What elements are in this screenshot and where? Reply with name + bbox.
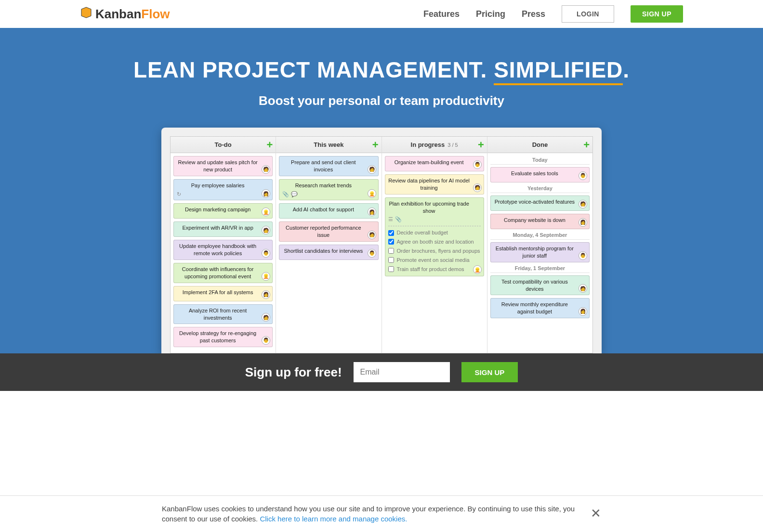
avatar-icon: 👨: [579, 171, 587, 180]
date-group-header: Today: [490, 157, 590, 165]
card-title: Pay employee salaries: [177, 182, 269, 189]
card-title: Review monthly expenditure against budge…: [494, 301, 586, 315]
kanban-card[interactable]: Shortlist candidates for interviews 👨: [279, 245, 378, 260]
card-title: Research market trends: [282, 182, 375, 189]
column-body: Review and update sales pitch for new pr…: [171, 153, 276, 353]
logo[interactable]: KanbanFlow: [80, 6, 170, 22]
column-title: Done: [532, 141, 548, 148]
subtask-text: Decide overall budget: [397, 229, 448, 236]
kanban-column: Done + Today Evaluate sales tools 👨 Yest…: [487, 137, 592, 353]
subtask-checkbox[interactable]: [388, 248, 394, 254]
subtask-checkbox[interactable]: [388, 230, 394, 236]
subtask-checkbox[interactable]: [388, 239, 394, 245]
avatar-icon: 🧑: [262, 165, 270, 174]
add-card-icon[interactable]: +: [266, 140, 273, 150]
avatar-icon: 🧑: [368, 231, 376, 239]
hero-title-c: .: [623, 57, 630, 82]
kanban-card[interactable]: Research market trends 📎💬 👱: [279, 179, 378, 201]
subtask[interactable]: Train staff for product demos: [388, 265, 481, 274]
card-title: Experiment with AR/VR in app: [177, 224, 269, 232]
subtask[interactable]: Agree on booth size and location: [388, 237, 481, 247]
logo-icon: [80, 6, 92, 22]
avatar-icon: 👩: [579, 307, 587, 316]
kanban-card[interactable]: Test compatibility on various devices 🧑: [490, 275, 590, 296]
avatar-icon: 🧑: [368, 165, 376, 174]
subtask-list: Decide overall budgetAgree on booth size…: [388, 226, 481, 273]
kanban-card[interactable]: Review monthly expenditure against budge…: [490, 298, 590, 318]
card-title: Shortlist candidates for interviews: [282, 247, 375, 255]
subtask-text: Order brochures, flyers and popups: [397, 247, 480, 255]
add-card-icon[interactable]: +: [372, 140, 379, 150]
card-title: Review data pipelines for AI model train…: [388, 177, 481, 192]
kanban-card[interactable]: Develop strategy for re-engaging past cu…: [173, 327, 273, 347]
signup-button[interactable]: SIGN UP: [631, 5, 683, 23]
kanban-card[interactable]: Prepare and send out client invoices 🧑: [279, 156, 378, 176]
card-title: Analyze ROI from recent investments: [177, 307, 269, 322]
nav-features[interactable]: Features: [423, 9, 460, 19]
card-icons: 📎💬: [282, 191, 375, 198]
signup-bar: Sign up for free! SIGN UP: [0, 353, 763, 391]
avatar-icon: 👨: [579, 251, 587, 260]
avatar-icon: 🧑: [473, 183, 482, 192]
kanban-card[interactable]: Review data pipelines for AI model train…: [385, 174, 484, 195]
avatar-icon: 👱: [262, 208, 270, 216]
login-button[interactable]: LOGIN: [562, 5, 614, 23]
kanban-card[interactable]: Implement 2FA for all systems 👩: [173, 286, 273, 301]
kanban-card[interactable]: Pay employee salaries ↻ 👩: [173, 179, 273, 201]
kanban-card[interactable]: Customer reported performance issue 🧑: [279, 221, 378, 242]
date-group-header: Monday, 4 September: [490, 232, 590, 240]
add-card-icon[interactable]: +: [583, 140, 590, 150]
card-title: Design marketing campaign: [177, 206, 269, 213]
kanban-card[interactable]: Company website is down 👩: [490, 214, 590, 229]
avatar-icon: 👩: [262, 290, 270, 299]
date-group-header: Yesterday: [490, 185, 590, 193]
column-header: To-do +: [171, 137, 276, 153]
card-title: Evaluate sales tools: [494, 170, 586, 177]
nav-press[interactable]: Press: [522, 9, 545, 19]
add-card-icon[interactable]: +: [478, 140, 484, 150]
avatar-icon: 👨: [473, 160, 482, 169]
kanban-card[interactable]: Design marketing campaign 👱: [173, 203, 273, 219]
kanban-column: In progress 3 / 5 + Organize team-buildi…: [382, 137, 487, 353]
avatar-icon: 👨: [368, 249, 376, 258]
subtask[interactable]: Promote event on social media: [388, 256, 481, 265]
card-title: Establish mentorship program for junior …: [494, 245, 586, 260]
kanban-card[interactable]: Analyze ROI from recent investments 🧑: [173, 304, 273, 324]
email-input[interactable]: [354, 362, 450, 382]
top-nav: Features Pricing Press LOGIN SIGN UP: [423, 5, 683, 23]
card-title: Organize team-building event: [388, 159, 481, 166]
nav-pricing[interactable]: Pricing: [476, 9, 505, 19]
brand-text-a: Kanban: [95, 7, 141, 22]
card-title: Test compatibility on various devices: [494, 278, 586, 293]
card-title: Plan exhibition for upcoming trade show: [388, 200, 481, 215]
kanban-card[interactable]: Experiment with AR/VR in app 🧑: [173, 221, 273, 237]
kanban-card[interactable]: Evaluate sales tools 👨: [490, 167, 590, 182]
card-icons: ↻: [177, 191, 269, 198]
card-title: Customer reported performance issue: [282, 224, 375, 239]
kanban-card[interactable]: Update employee handbook with remote wor…: [173, 240, 273, 260]
subtask-checkbox[interactable]: [388, 257, 394, 263]
column-header: This week +: [276, 137, 381, 153]
kanban-card[interactable]: Coordinate with influencers for upcoming…: [173, 263, 273, 283]
site-header: KanbanFlow Features Pricing Press LOGIN …: [68, 0, 695, 28]
card-meta-icon: ☰: [388, 216, 393, 223]
signup-submit-button[interactable]: SIGN UP: [461, 362, 518, 382]
kanban-card[interactable]: Plan exhibition for upcoming trade show …: [385, 197, 484, 277]
hero-title-b: SIMPLIFIED: [494, 57, 623, 85]
kanban-card[interactable]: Establish mentorship program for junior …: [490, 242, 590, 262]
kanban-card[interactable]: Review and update sales pitch for new pr…: [173, 156, 273, 176]
card-title: Prototype voice-activated features: [494, 198, 586, 206]
avatar-icon: 👱: [368, 189, 376, 198]
hero-title-a: LEAN PROJECT MANAGEMENT.: [133, 57, 494, 82]
column-header: In progress 3 / 5 +: [382, 137, 487, 153]
subtask[interactable]: Decide overall budget: [388, 228, 481, 237]
kanban-card[interactable]: Add AI chatbot for support 👩: [279, 203, 378, 219]
subtask[interactable]: Order brochures, flyers and popups: [388, 247, 481, 256]
card-title: Develop strategy for re-engaging past cu…: [177, 330, 269, 344]
card-title: Prepare and send out client invoices: [282, 159, 375, 173]
column-body: Organize team-building event 👨 Review da…: [382, 153, 487, 282]
kanban-card[interactable]: Prototype voice-activated features 🧑: [490, 195, 590, 211]
subtask-checkbox[interactable]: [388, 266, 394, 272]
kanban-card[interactable]: Organize team-building event 👨: [385, 156, 484, 171]
column-body: Today Evaluate sales tools 👨 Yesterday P…: [487, 153, 592, 324]
